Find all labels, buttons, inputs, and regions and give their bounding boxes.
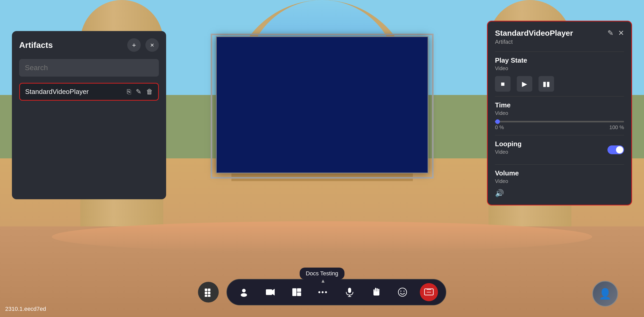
time-slider-container: 0 % 100 % [495, 121, 624, 130]
svg-point-24 [398, 288, 407, 296]
avatar-face: 👤 [593, 282, 617, 306]
pause-button[interactable]: ▮▮ [539, 76, 554, 92]
video-screen [216, 36, 428, 173]
artifacts-title: Artifacts [19, 40, 53, 50]
docs-testing-tooltip: Docs Testing [300, 268, 345, 279]
looping-label: Looping [495, 140, 522, 148]
video-panel-header-icons: ✎ ✕ [607, 29, 624, 37]
artifacts-header: Artifacts + × [19, 38, 159, 52]
time-max-label: 100 % [609, 124, 624, 130]
screen-share-toolbar-icon [424, 287, 434, 297]
video-player-panel: StandardVideoPlayer Artifact ✎ ✕ Play St… [487, 21, 632, 205]
mic-toolbar-icon [345, 287, 355, 297]
svg-rect-14 [297, 288, 301, 292]
video-panel-title: StandardVideoPlayer [495, 29, 573, 38]
edit-artifact-icon[interactable]: ✎ [136, 88, 141, 96]
artifact-item-icons: ⎘ ✎ 🗑 [127, 88, 153, 96]
edit-video-panel-button[interactable]: ✎ [607, 29, 613, 37]
video-toolbar-button[interactable] [261, 283, 279, 301]
svg-point-10 [241, 293, 247, 297]
artifact-list-item: StandardVideoPlayer ⎘ ✎ 🗑 [19, 83, 159, 101]
emoji-toolbar-icon [398, 287, 407, 297]
play-state-sublabel: Video [495, 65, 624, 71]
close-artifacts-button[interactable]: × [145, 38, 159, 52]
svg-point-25 [400, 291, 401, 292]
divider-4 [495, 164, 624, 165]
search-input[interactable] [19, 59, 159, 77]
time-slider-labels: 0 % 100 % [495, 124, 624, 130]
more-icon: ••• [318, 288, 328, 296]
playback-controls: ■ ▶ ▮▮ [495, 76, 624, 92]
time-min-label: 0 % [495, 124, 504, 130]
screen-share-toolbar-button[interactable] [420, 283, 438, 301]
svg-rect-6 [205, 295, 207, 297]
divider-3 [495, 135, 624, 135]
video-panel-title-group: StandardVideoPlayer Artifact [495, 29, 573, 45]
panels-toolbar-button[interactable] [288, 283, 306, 301]
volume-label: Volume [495, 169, 624, 177]
time-sublabel: Video [495, 110, 624, 116]
grid-icon [204, 287, 213, 297]
divider-1 [495, 51, 624, 52]
play-state-section: Play State Video ■ ▶ ▮▮ [495, 56, 624, 92]
svg-rect-1 [208, 289, 210, 291]
avatar-toolbar-button[interactable] [235, 283, 253, 301]
volume-icon: 🔊 [495, 189, 624, 197]
artifacts-header-buttons: + × [127, 38, 159, 52]
time-slider-thumb [495, 119, 500, 124]
svg-rect-3 [205, 292, 207, 294]
artifact-name: StandardVideoPlayer [25, 88, 127, 96]
volume-sublabel: Video [495, 178, 624, 184]
time-section: Time Video 0 % 100 % [495, 101, 624, 130]
floor-highlight [52, 221, 592, 252]
copy-artifact-icon[interactable]: ⎘ [127, 88, 131, 96]
avatar-toolbar-icon [239, 287, 249, 297]
looping-toggle[interactable] [607, 145, 624, 154]
time-slider-track[interactable] [495, 121, 624, 122]
looping-section: Looping Video [495, 140, 624, 160]
svg-point-9 [242, 289, 246, 292]
looping-sublabel: Video [495, 149, 522, 155]
svg-marker-12 [272, 289, 275, 296]
play-state-label: Play State [495, 56, 624, 64]
mic-toolbar-button[interactable] [341, 283, 359, 301]
panels-toolbar-icon [292, 287, 302, 297]
svg-point-26 [404, 291, 405, 292]
svg-rect-29 [427, 290, 431, 292]
video-toolbar-icon [265, 287, 275, 297]
more-toolbar-button[interactable]: ▲ ••• [314, 283, 332, 301]
svg-rect-11 [266, 289, 272, 295]
bottom-toolbar: ▲ ••• [198, 279, 446, 305]
toolbar-main: ▲ ••• [227, 279, 446, 305]
video-panel-header: StandardVideoPlayer Artifact ✎ ✕ [495, 29, 624, 45]
svg-rect-4 [208, 292, 210, 294]
stop-button[interactable]: ■ [495, 76, 511, 92]
video-panel-subtitle: Artifact [495, 39, 573, 45]
grid-button[interactable] [198, 282, 219, 303]
artifacts-panel: Artifacts + × StandardVideoPlayer ⎘ ✎ 🗑 [12, 31, 166, 199]
svg-rect-0 [205, 289, 207, 291]
toggle-thumb [616, 146, 623, 153]
user-avatar[interactable]: 👤 [592, 281, 618, 307]
play-button[interactable]: ▶ [517, 76, 532, 92]
svg-rect-13 [292, 288, 296, 296]
divider-2 [495, 96, 624, 97]
emoji-toolbar-button[interactable] [393, 283, 412, 301]
delete-artifact-icon[interactable]: 🗑 [146, 88, 153, 96]
hand-toolbar-icon [371, 287, 381, 297]
close-video-panel-button[interactable]: ✕ [618, 29, 624, 37]
looping-text: Looping Video [495, 140, 522, 160]
svg-rect-7 [208, 295, 210, 297]
svg-rect-15 [297, 292, 301, 296]
hand-toolbar-button[interactable] [367, 283, 385, 301]
svg-rect-23 [373, 291, 379, 296]
time-label: Time [495, 101, 624, 109]
version-text: 2310.1.eecd7ed [5, 306, 46, 312]
add-artifact-button[interactable]: + [127, 38, 141, 52]
volume-section: Volume Video 🔊 [495, 169, 624, 197]
svg-rect-16 [348, 288, 351, 293]
